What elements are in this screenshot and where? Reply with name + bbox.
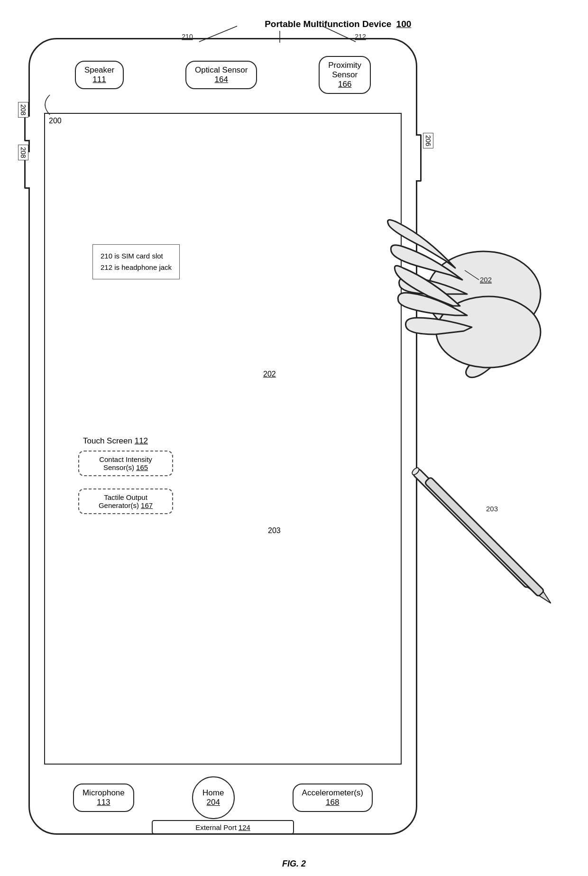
bottom-component-area: Microphone 113 Home 204 Accelerometer(s)… <box>44 772 402 824</box>
optical-sensor-label: Optical Sensor <box>195 65 248 75</box>
svg-rect-9 <box>413 468 533 588</box>
contact-intensity-box: Contact Intensity Sensor(s) 165 <box>78 451 173 476</box>
top-component-area: Speaker 111 Optical Sensor 164 Proximity… <box>44 49 402 101</box>
svg-text:202: 202 <box>480 276 492 284</box>
svg-rect-11 <box>424 477 544 597</box>
side-button-left-top <box>24 115 30 141</box>
home-button[interactable]: Home 204 <box>192 776 235 819</box>
microphone-label: Microphone <box>83 788 125 798</box>
contact-intensity-label2: Sensor(s) 165 <box>86 463 165 471</box>
microphone-number: 113 <box>83 798 125 807</box>
proximity-sensor-number: 166 <box>328 80 361 89</box>
touch-screen-number: 112 <box>135 436 148 445</box>
accelerometer-label: Accelerometer(s) <box>302 788 363 798</box>
tactile-output-box: Tactile Output Generator(s) 167 <box>78 489 173 514</box>
optical-sensor-component: Optical Sensor 164 <box>185 61 257 89</box>
proximity-sensor-label2: Sensor <box>328 70 361 80</box>
home-number: 204 <box>207 798 220 807</box>
stylus-203 <box>411 467 542 598</box>
page: Portable Multifunction Device 100 Speake… <box>0 0 588 876</box>
device-outer: Speaker 111 Optical Sensor 164 Proximity… <box>28 38 417 835</box>
external-port-label: External Port <box>195 823 237 831</box>
figure-caption: FIG. 2 <box>282 859 306 869</box>
svg-text:203: 203 <box>486 505 498 513</box>
side-button-right <box>416 134 422 182</box>
external-port-number: 124 <box>239 823 250 831</box>
speaker-label: Speaker <box>84 65 114 75</box>
label-200: 200 <box>49 117 62 125</box>
sim-note-line2: 212 is headphone jack <box>101 262 172 273</box>
home-label: Home <box>202 788 224 798</box>
tactile-output-number: 167 <box>141 501 153 509</box>
screen-area: 210 is SIM card slot 212 is headphone ja… <box>44 113 402 765</box>
proximity-sensor-component: Proximity Sensor 166 <box>319 56 371 94</box>
side-label-206: 206 <box>423 133 433 148</box>
svg-line-7 <box>465 270 479 280</box>
side-label-208-bot: 208 <box>18 145 28 160</box>
tactile-output-label: Tactile Output <box>86 493 165 501</box>
title-number: 100 <box>396 19 412 29</box>
label-203: 203 <box>268 526 281 535</box>
optical-sensor-number: 164 <box>195 75 248 84</box>
contact-intensity-number: 165 <box>136 463 148 471</box>
svg-point-5 <box>427 251 541 337</box>
svg-point-6 <box>436 296 541 368</box>
sim-note-box: 210 is SIM card slot 212 is headphone ja… <box>92 244 180 279</box>
tactile-output-label2: Generator(s) 167 <box>86 501 165 509</box>
label-202: 202 <box>263 370 276 378</box>
proximity-sensor-label: Proximity <box>328 61 361 70</box>
stylus-203-shadow <box>424 477 554 606</box>
contact-intensity-label: Contact Intensity <box>86 455 165 463</box>
sim-note-line1: 210 is SIM card slot <box>101 250 172 262</box>
speaker-number: 111 <box>84 75 114 84</box>
microphone-component: Microphone 113 <box>73 784 134 812</box>
touch-screen-label: Touch Screen 112 <box>83 436 148 446</box>
external-port: External Port 124 <box>152 820 294 834</box>
touch-screen-text: Touch Screen <box>83 436 135 445</box>
device-title: Portable Multifunction Device 100 <box>265 19 411 29</box>
accelerometer-component: Accelerometer(s) 168 <box>293 784 373 812</box>
title-text: Portable Multifunction Device <box>265 19 391 29</box>
speaker-component: Speaker 111 <box>75 61 124 89</box>
accelerometer-number: 168 <box>302 798 363 807</box>
side-label-208-top: 208 <box>18 102 28 118</box>
